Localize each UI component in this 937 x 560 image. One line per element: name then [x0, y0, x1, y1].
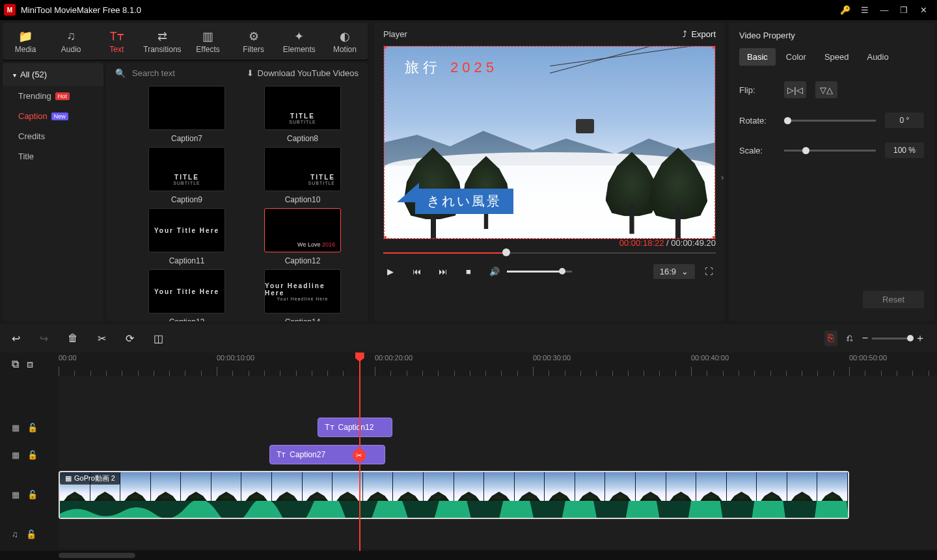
undo-button[interactable]: ↩	[12, 332, 20, 345]
overlay-banner[interactable]: きれい風景	[397, 189, 513, 214]
next-frame-button[interactable]: ⏭	[435, 267, 450, 276]
speed-button[interactable]: ⟳	[126, 332, 134, 345]
flip-horizontal-button[interactable]: ▷|◁	[784, 81, 806, 98]
caption-card[interactable]: Your Title HereCaption13	[139, 269, 235, 321]
caption-card[interactable]: Your Title HereCaption11	[139, 208, 235, 265]
clip-caption12[interactable]: TᴛCaption12	[318, 418, 392, 437]
tab-audio[interactable]: ♫Audio	[48, 23, 94, 60]
caption-card[interactable]: We Love 2016Caption12	[254, 208, 351, 265]
caption-thumb[interactable]: We Love 2016	[264, 208, 341, 252]
prop-tab-speed[interactable]: Speed	[817, 48, 857, 66]
rotate-label: Rotate:	[739, 116, 775, 126]
upgrade-key-icon[interactable]: 🔑	[835, 0, 855, 20]
caption-name: Caption11	[169, 256, 205, 265]
empty-track[interactable]	[59, 376, 937, 414]
add-track-button[interactable]: ⧉	[12, 358, 19, 370]
prev-frame-button[interactable]: ⏮	[409, 267, 424, 276]
tab-elements[interactable]: ✦Elements	[277, 23, 322, 60]
tab-text[interactable]: TᴛText	[94, 23, 139, 60]
tab-filters[interactable]: ⚙Filters	[231, 23, 277, 60]
export-button[interactable]: ⤴ Export	[683, 29, 716, 39]
category-title[interactable]: Title	[3, 146, 103, 167]
playhead[interactable]: ✂	[359, 353, 360, 551]
volume-icon[interactable]: 🔊	[487, 267, 502, 276]
clip-video[interactable]: ▦GoPro動画 2	[59, 471, 849, 519]
caption-thumb[interactable]: TITLESUBTITLE	[264, 147, 341, 191]
crop-button[interactable]: ◫	[154, 332, 163, 345]
video-track[interactable]: ▦GoPro動画 2	[59, 468, 937, 522]
caption-card[interactable]: TITLESUBTITLECaption8	[254, 86, 351, 143]
zoom-in-button[interactable]: ＋	[915, 332, 925, 345]
selection-handle[interactable]	[383, 236, 387, 239]
tab-transitions[interactable]: ⇄Transitions	[139, 23, 185, 60]
caption-card[interactable]: TITLESUBTITLECaption10	[254, 147, 351, 204]
overlay-title-year: 2025	[450, 59, 498, 76]
seek-bar[interactable]: 00:00:18:22 / 00:00:49.20	[383, 251, 716, 255]
caption-card[interactable]: Caption7	[139, 86, 235, 143]
prop-tab-basic[interactable]: Basic	[739, 48, 776, 66]
text-track-1[interactable]: TᴛCaption12	[59, 414, 937, 441]
caption-card[interactable]: TITLESUBTITLECaption9	[139, 147, 235, 204]
audio-track[interactable]	[59, 522, 937, 549]
flip-vertical-button[interactable]: ▽△	[815, 81, 837, 98]
split-button[interactable]: ✂	[98, 332, 106, 345]
remove-track-button[interactable]: ⧈	[27, 358, 33, 370]
reset-button[interactable]: Reset	[863, 291, 924, 308]
play-button[interactable]: ▶	[383, 267, 398, 276]
scale-slider[interactable]	[784, 150, 876, 152]
caption-thumb[interactable]: Your Title Here	[148, 208, 225, 252]
search-input[interactable]: Search text	[132, 68, 175, 78]
overlay-title[interactable]: 旅行 2025	[405, 58, 498, 77]
selection-handle[interactable]	[383, 46, 387, 49]
player-preview[interactable]: 旅行 2025 きれい風景	[383, 46, 716, 239]
delete-button[interactable]: 🗑	[68, 332, 78, 344]
magnet-toggle[interactable]: ⎌	[847, 332, 853, 344]
caption-thumb[interactable]	[148, 86, 225, 130]
volume-slider[interactable]	[507, 271, 572, 273]
selection-handle[interactable]	[713, 46, 716, 49]
stop-button[interactable]: ■	[461, 267, 476, 276]
caption-thumb[interactable]: Your Headline HereYour Headline Here	[264, 269, 341, 313]
lock-icon[interactable]: 🔓	[27, 423, 38, 433]
text-track-2[interactable]: TᴛCaption27	[59, 441, 937, 468]
prop-tab-audio[interactable]: Audio	[859, 48, 896, 66]
category-trending[interactable]: TrendingHot	[3, 86, 103, 106]
split-marker-icon[interactable]: ✂	[353, 449, 366, 462]
caption-thumb[interactable]: TITLESUBTITLE	[264, 86, 341, 130]
category-label: Title	[18, 152, 34, 161]
category-caption[interactable]: CaptionNew	[3, 106, 103, 126]
category-all[interactable]: ▾All (52)	[3, 63, 103, 86]
lock-icon[interactable]: 🔓	[26, 529, 36, 539]
tab-motion[interactable]: ◐Motion	[322, 23, 368, 60]
timeline-content[interactable]: 00:0000:00:10:0000:00:20:0000:00:30:0000…	[59, 353, 937, 551]
prop-tab-color[interactable]: Color	[778, 48, 814, 66]
rotate-value[interactable]: 0 °	[885, 113, 924, 128]
caption-thumb[interactable]: TITLESUBTITLE	[148, 147, 225, 191]
tab-media[interactable]: 📁Media	[3, 23, 48, 60]
aspect-ratio-select[interactable]: 16:9⌄	[653, 264, 695, 279]
collapse-props-icon[interactable]: ›	[721, 172, 724, 182]
snap-toggle[interactable]: ⎘	[824, 330, 837, 346]
caption-thumb[interactable]: Your Title Here	[148, 269, 225, 313]
rotate-slider[interactable]	[784, 120, 876, 122]
minimize-button[interactable]: —	[875, 0, 894, 20]
zoom-out-button[interactable]: −	[862, 332, 868, 344]
download-youtube-button[interactable]: ⬇Download YouTube Videos	[247, 68, 359, 78]
export-label: Export	[691, 29, 716, 39]
maximize-button[interactable]: ❐	[894, 0, 914, 20]
zoom-slider[interactable]	[872, 338, 911, 340]
scale-value[interactable]: 100 %	[885, 142, 924, 158]
caption-card[interactable]: Your Headline HereYour Headline HereCapt…	[254, 269, 351, 321]
close-button[interactable]: ✕	[914, 0, 933, 20]
timeline-ruler[interactable]: 00:0000:00:10:0000:00:20:0000:00:30:0000…	[59, 353, 937, 376]
menu-icon[interactable]: ☰	[855, 0, 875, 20]
timeline-scrollbar[interactable]	[0, 551, 937, 560]
clip-caption27[interactable]: TᴛCaption27	[269, 445, 385, 464]
lock-icon[interactable]: 🔓	[27, 450, 38, 460]
tab-effects[interactable]: ▥Effects	[185, 23, 231, 60]
player-pane: Player ⤴ Export 旅行 2025 きれい風景	[374, 23, 725, 321]
lock-icon[interactable]: 🔓	[27, 490, 38, 500]
fullscreen-button[interactable]: ⛶	[701, 267, 716, 276]
badge-hot: Hot	[55, 92, 70, 100]
category-credits[interactable]: Credits	[3, 126, 103, 146]
